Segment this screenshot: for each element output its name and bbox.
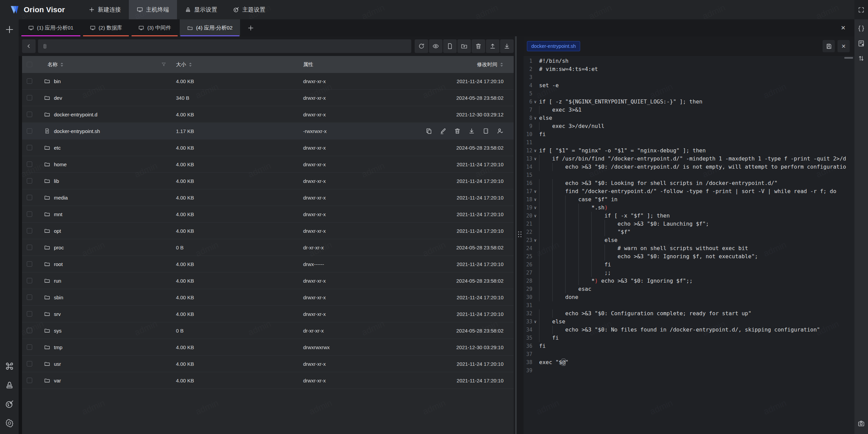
fold-chevron-icon[interactable]: ∨ — [532, 147, 538, 155]
code-line[interactable]: 14echo >&3 "$0: /docker-entrypoint.d/ is… — [524, 163, 854, 171]
row-checkbox[interactable] — [27, 145, 32, 150]
sort-name-icon[interactable] — [60, 62, 64, 67]
top-menu-item-3[interactable]: 显示设置 — [177, 0, 225, 19]
save-file-button[interactable] — [823, 40, 835, 52]
row-checkbox[interactable] — [27, 344, 32, 350]
row-checkbox[interactable] — [27, 378, 32, 383]
code-line[interactable]: 5 — [524, 90, 854, 98]
row-checkbox[interactable] — [27, 328, 32, 333]
row-checkbox[interactable] — [27, 112, 32, 117]
code-line[interactable]: 10fi — [524, 130, 854, 138]
code-line[interactable]: 38exec "$@" — [524, 358, 854, 366]
session-tab-2[interactable]: (2) 数据库 — [82, 19, 130, 36]
code-area[interactable]: 1#!/bin/sh2# vim:sw=4:ts=4:et34set -e56∨… — [524, 56, 854, 434]
fold-chevron-icon[interactable]: ∨ — [532, 98, 538, 106]
row-checkbox[interactable] — [27, 78, 32, 84]
code-line[interactable]: 8∨else — [524, 114, 854, 122]
table-row[interactable]: proc0 Bdr-xr-xr-x2024-05-28 23:58:02 — [22, 239, 514, 256]
table-row[interactable]: root4.00 KBdrwx------2021-11-24 17:20:10 — [22, 256, 514, 272]
code-line[interactable]: 4set -e — [524, 81, 854, 90]
row-checkbox[interactable] — [27, 195, 32, 200]
add-tab-button[interactable] — [244, 19, 258, 36]
top-menu-item-2[interactable]: 主机终端 — [129, 0, 177, 19]
code-line[interactable]: 18∨case "$f" in — [524, 195, 854, 204]
fold-chevron-icon[interactable]: ∨ — [532, 114, 538, 122]
new-folder-icon[interactable] — [457, 39, 471, 53]
code-line[interactable]: 26fi — [524, 261, 854, 269]
panel-divider[interactable] — [514, 36, 524, 434]
code-line[interactable]: 28*) echo >&3 "$0: Ignoring $f";; — [524, 277, 854, 285]
table-row[interactable]: sys0 Bdr-xr-xr-x2024-05-28 23:58:02 — [22, 322, 514, 339]
table-row[interactable]: lib4.00 KBdrwxr-xr-x2021-11-24 17:20:10 — [22, 173, 514, 189]
braces-icon[interactable] — [855, 23, 867, 34]
table-row[interactable]: run4.00 KBdrwxr-xr-x2024-05-28 23:58:02 — [22, 272, 514, 289]
code-line[interactable]: 39 — [524, 366, 854, 375]
code-line[interactable]: 36fi — [524, 342, 854, 350]
table-row[interactable]: media4.00 KBdrwxr-xr-x2021-11-24 17:20:1… — [22, 189, 514, 206]
table-row[interactable]: bin4.00 KBdrwxr-xr-x2021-11-24 17:20:10 — [22, 73, 514, 90]
top-menu-item-1[interactable]: 新建连接 — [81, 0, 129, 19]
path-input[interactable] — [51, 43, 407, 49]
command-icon[interactable] — [3, 360, 16, 372]
fullscreen-icon[interactable] — [855, 4, 867, 16]
code-line[interactable]: 3 — [524, 73, 854, 81]
code-line[interactable]: 33∨else — [524, 318, 854, 326]
code-line[interactable]: 20∨if [ -x "$f" ]; then — [524, 212, 854, 220]
code-line[interactable]: 12∨if [ "$1" = "nginx" -o "$1" = "nginx-… — [524, 147, 854, 155]
user-perm-icon[interactable] — [497, 128, 504, 134]
table-row[interactable]: dev340 Bdrwxr-xr-x2024-05-28 23:58:02 — [22, 90, 514, 106]
table-row[interactable]: docker-entrypoint.sh1.17 KB-rwxrwxr-x — [22, 123, 514, 139]
code-line[interactable]: 37 — [524, 350, 854, 358]
session-tab-1[interactable]: (1) 应用-分析01 — [21, 19, 81, 36]
row-checkbox[interactable] — [27, 361, 32, 366]
row-checkbox[interactable] — [27, 295, 32, 300]
code-line[interactable]: 1#!/bin/sh — [524, 57, 854, 65]
plus-icon[interactable] — [3, 23, 16, 36]
code-line[interactable]: 30done — [524, 293, 854, 301]
row-checkbox[interactable] — [27, 261, 32, 267]
editor-scrollbar[interactable] — [844, 57, 853, 59]
palette-icon[interactable] — [3, 398, 16, 410]
code-line[interactable]: 35fi — [524, 334, 854, 342]
table-row[interactable]: home4.00 KBdrwxr-xr-x2021-11-24 17:20:10 — [22, 156, 514, 173]
download-icon[interactable] — [500, 39, 514, 53]
stamp-icon[interactable] — [3, 379, 16, 391]
code-line[interactable]: 19∨*.sh) — [524, 204, 854, 212]
table-row[interactable]: usr4.00 KBdrwxr-xr-x2021-11-24 17:20:10 — [22, 356, 514, 372]
code-line[interactable]: 24# warn on shell scripts without exec b… — [524, 244, 854, 252]
session-tab-3[interactable]: (3) 中间件 — [131, 19, 178, 36]
code-line[interactable]: 27;; — [524, 269, 854, 277]
row-checkbox[interactable] — [27, 228, 32, 233]
top-menu-item-4[interactable]: 主题设置 — [225, 0, 273, 19]
row-checkbox[interactable] — [27, 162, 32, 167]
code-line[interactable]: 23∨else — [524, 236, 854, 244]
sort-size-icon[interactable] — [189, 62, 192, 67]
refresh-icon[interactable] — [415, 39, 428, 53]
file-dots-icon[interactable] — [482, 128, 489, 134]
table-row[interactable]: docker-entrypoint.d4.00 KBdrwxr-xr-x2021… — [22, 106, 514, 123]
download-icon[interactable] — [468, 128, 475, 134]
divider-drag-handle-icon[interactable] — [518, 231, 522, 238]
pencil-icon[interactable] — [440, 128, 447, 134]
code-line[interactable]: 34echo >&3 "$0: No files found in /docke… — [524, 326, 854, 334]
code-line[interactable]: 31 — [524, 301, 854, 309]
copy-icon[interactable] — [426, 128, 432, 134]
row-checkbox[interactable] — [27, 245, 32, 250]
code-line[interactable]: 32echo >&3 "$0: Configuration complete; … — [524, 309, 854, 318]
code-line[interactable]: 7exec 3>&1 — [524, 106, 854, 114]
close-editor-button[interactable]: ✕ — [837, 40, 850, 52]
code-line[interactable]: 11 — [524, 138, 854, 147]
trash-icon[interactable] — [454, 128, 461, 134]
code-line[interactable]: 29esac — [524, 285, 854, 293]
code-line[interactable]: 13∨if /usr/bin/find "/docker-entrypoint.… — [524, 155, 854, 163]
fold-chevron-icon[interactable]: ∨ — [532, 236, 538, 244]
code-line[interactable]: 25echo >&3 "$0: Ignoring $f, not executa… — [524, 252, 854, 261]
trash-icon[interactable] — [472, 39, 485, 53]
sort-mtime-icon[interactable] — [500, 62, 504, 67]
fold-chevron-icon[interactable]: ∨ — [532, 187, 538, 195]
row-checkbox[interactable] — [27, 178, 32, 184]
gear-icon[interactable] — [3, 417, 16, 429]
fold-chevron-icon[interactable]: ∨ — [532, 155, 538, 163]
session-tab-4[interactable]: (4) 应用-分析02 — [180, 19, 240, 36]
filter-icon[interactable] — [161, 62, 166, 67]
